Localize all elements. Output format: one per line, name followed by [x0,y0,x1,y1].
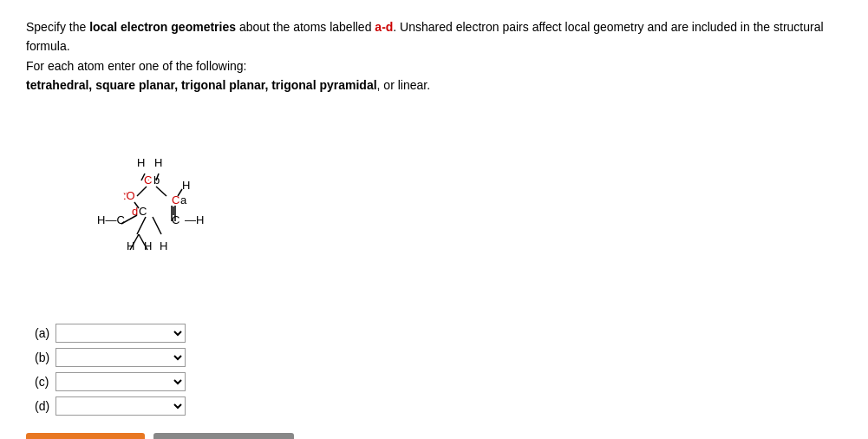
dropdown-row-a: (a) tetrahedral square planar trigonal p… [35,324,842,343]
bond-lower-right [153,217,161,234]
C-center: C [139,205,147,218]
buttons-row: Submit Answer Retry Entire Group 4 more … [26,433,842,439]
C-right: C [172,213,179,226]
retry-button[interactable]: Retry Entire Group [153,433,293,439]
dropdown-row-d: (d) tetrahedral square planar trigonal p… [35,396,842,416]
instructions-line1-prefix: Specify the [26,20,89,34]
instructions-block: Specify the local electron geometries ab… [26,17,842,95]
H-bottom-mid: H [144,239,152,252]
molecule-svg: H H C . b H :O .. C a d C H—C C —H [61,121,251,295]
select-a[interactable]: tetrahedral square planar trigonal plana… [55,324,186,343]
H-left: H—C [97,213,125,226]
label-c: (c) [35,375,52,389]
instructions-bold: local electron geometries [89,20,236,34]
label-d: (d) [35,399,52,413]
instructions-line3-suffix: , or linear. [377,78,430,92]
instructions-red: a-d [375,20,393,34]
instructions-line2: For each atom enter one of the following… [26,56,842,75]
submit-button[interactable]: Submit Answer [26,433,145,439]
dropdown-row-b: (b) tetrahedral square planar trigonal p… [35,348,842,367]
select-b[interactable]: tetrahedral square planar trigonal plana… [55,348,186,367]
bond-lower-left [137,217,146,234]
H-top-right: H [154,156,162,169]
ca-a: a [180,193,187,206]
molecule-diagram: H H C . b H :O .. C a d C H—C C —H [61,121,251,298]
bond-cb-o [137,187,147,196]
cb-dot: . [147,174,150,182]
label-a: (a) [35,326,52,340]
H-bottom-right: H [160,239,167,252]
instructions-line1-mid: about the atoms labelled [236,20,375,34]
H-top-far-right: H [182,179,190,192]
select-d[interactable]: tetrahedral square planar trigonal plana… [55,396,186,416]
instructions-line3-bold: tetrahedral, square planar, trigonal pla… [26,78,377,92]
bond-cb-ca [156,187,166,196]
O-dots: .. [123,187,127,195]
label-b: (b) [35,351,52,364]
select-c[interactable]: tetrahedral square planar trigonal plana… [55,372,186,391]
dropdowns-section: (a) tetrahedral square planar trigonal p… [35,324,842,416]
dropdown-row-c: (c) tetrahedral square planar trigonal p… [35,372,842,391]
H-far-right: —H [185,213,204,226]
H-bottom-left: H [127,239,134,252]
H-top-left: H [137,156,145,169]
